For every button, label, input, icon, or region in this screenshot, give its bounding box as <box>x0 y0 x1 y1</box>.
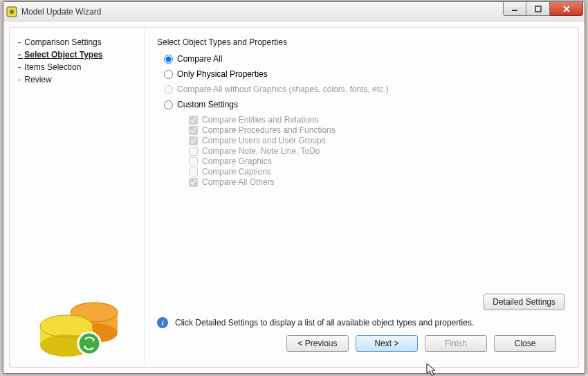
wizard-step-label: Items Selection <box>24 62 81 72</box>
wizard-step[interactable]: - Review <box>18 75 136 84</box>
custom-check-label: Compare Captions <box>202 167 271 177</box>
close-icon <box>562 5 571 13</box>
custom-check-input <box>189 147 198 156</box>
radio-compare-all[interactable]: Compare All <box>164 54 566 64</box>
wizard-step[interactable]: - Items Selection <box>18 62 136 72</box>
svg-point-1 <box>10 10 14 14</box>
custom-check: Compare Entities and Relations <box>189 115 566 125</box>
detailed-settings-row: Detailed Settings <box>157 294 566 310</box>
wizard-step-label: Review <box>24 75 51 84</box>
close-window-button[interactable] <box>550 2 583 16</box>
custom-check-input <box>189 178 198 187</box>
radio-custom-settings-label: Custom Settings <box>177 100 238 109</box>
radio-compare-all-no-graphics: Compare All without Graphics (shapes, co… <box>164 84 566 94</box>
radio-custom-settings[interactable]: Custom Settings <box>164 100 566 109</box>
finish-button: Finish <box>425 335 487 352</box>
next-button[interactable]: Next > <box>356 335 418 352</box>
custom-settings-checks: Compare Entities and RelationsCompare Pr… <box>189 115 566 187</box>
radio-compare-all-no-graphics-label: Compare All without Graphics (shapes, co… <box>177 84 388 94</box>
info-row: i Click Detailed Settings to display a l… <box>157 317 566 328</box>
dash-prefix: - <box>18 50 23 60</box>
maximize-button[interactable] <box>526 2 550 16</box>
radio-compare-all-input[interactable] <box>164 55 173 64</box>
maximize-icon <box>535 6 542 12</box>
custom-check: Compare Procedures and Functions <box>189 125 566 135</box>
close-button[interactable]: Close <box>494 335 556 352</box>
minimize-icon <box>511 6 518 12</box>
wizard-steps-list: - Comparison Settings- Select Object Typ… <box>18 37 136 87</box>
content-panel: - Comparison Settings- Select Object Typ… <box>9 27 579 368</box>
svg-point-12 <box>78 332 100 355</box>
custom-check-input <box>189 168 198 177</box>
minimize-button[interactable] <box>503 2 526 16</box>
compare-mode-group: Compare All Only Physical Properties Com… <box>164 54 566 188</box>
custom-check-label: Compare Graphics <box>202 156 272 166</box>
custom-check-label: Compare Entities and Relations <box>202 115 319 125</box>
radio-only-physical-input[interactable] <box>164 70 173 79</box>
custom-check: Compare Graphics <box>189 156 566 166</box>
custom-check-input <box>189 157 198 166</box>
wizard-sidebar: - Comparison Settings- Select Object Typ… <box>10 28 145 367</box>
wizard-window: Model Update Wizard - Comparison Setting… <box>3 1 585 374</box>
wizard-step-label: Comparison Settings <box>24 37 101 47</box>
dash-prefix: - <box>18 37 23 47</box>
custom-check-label: Compare All Others <box>202 177 275 187</box>
wizard-main: Select Object Types and Properties Compa… <box>145 28 578 367</box>
custom-check: Compare Users and User Groups <box>189 136 566 145</box>
custom-check-input <box>189 136 198 145</box>
info-text: Click Detailed Settings to display a lis… <box>175 318 474 328</box>
custom-check: Compare All Others <box>189 177 566 187</box>
app-icon <box>6 6 17 17</box>
decorative-illustration <box>18 267 136 357</box>
wizard-step-label: Select Object Types <box>24 50 102 60</box>
radio-only-physical-label: Only Physical Properties <box>177 69 268 79</box>
dash-prefix: - <box>18 75 23 84</box>
window-controls <box>503 2 583 16</box>
window-title: Model Update Wizard <box>21 7 101 17</box>
info-icon: i <box>157 317 168 328</box>
custom-check: Compare Note, Note Line, ToDo <box>189 146 566 156</box>
title-bar: Model Update Wizard <box>3 2 585 21</box>
custom-check-input <box>189 116 198 125</box>
custom-check-label: Compare Note, Note Line, ToDo <box>202 146 320 156</box>
svg-rect-2 <box>512 10 517 11</box>
wizard-step[interactable]: - Select Object Types <box>18 50 136 60</box>
custom-check-input <box>189 126 198 135</box>
detailed-settings-button[interactable]: Detailed Settings <box>484 294 564 310</box>
radio-custom-settings-input[interactable] <box>164 100 173 109</box>
custom-check-label: Compare Users and User Groups <box>202 136 326 145</box>
window-body: - Comparison Settings- Select Object Typ… <box>3 21 585 373</box>
dash-prefix: - <box>18 62 23 72</box>
radio-only-physical[interactable]: Only Physical Properties <box>164 69 566 79</box>
previous-button[interactable]: < Previous <box>286 335 349 352</box>
custom-check-label: Compare Procedures and Functions <box>202 125 336 135</box>
radio-compare-all-label: Compare All <box>177 54 222 64</box>
wizard-step[interactable]: - Comparison Settings <box>18 37 136 47</box>
radio-compare-all-no-graphics-input <box>164 85 173 94</box>
svg-rect-3 <box>535 6 541 12</box>
section-title: Select Object Types and Properties <box>157 37 566 47</box>
custom-check: Compare Captions <box>189 167 566 177</box>
wizard-footer: < Previous Next > Finish Close <box>157 328 566 360</box>
